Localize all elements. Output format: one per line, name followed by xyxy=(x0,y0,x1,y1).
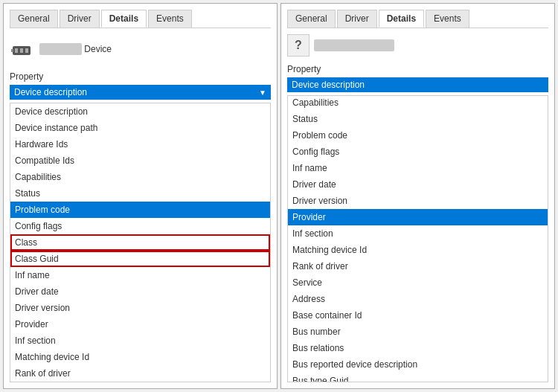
device-icon-left xyxy=(10,37,33,61)
tab-general-left[interactable]: General xyxy=(10,10,58,28)
list-item[interactable]: Bus relations xyxy=(288,340,548,356)
list-item[interactable]: Rank of driver xyxy=(10,365,270,382)
list-item[interactable]: Compatible Ids xyxy=(10,152,270,169)
property-dropdown-right[interactable]: Device description xyxy=(287,77,548,92)
list-item[interactable]: Rank of driver xyxy=(288,258,548,274)
list-item[interactable]: Hardware Ids xyxy=(10,136,270,152)
dropdown-selected-left: Device description xyxy=(14,87,87,97)
list-item[interactable]: Inf section xyxy=(288,225,548,242)
list-item[interactable]: Address xyxy=(288,291,548,307)
list-item[interactable]: Driver date xyxy=(288,176,548,193)
list-item[interactable]: Problem code xyxy=(10,202,270,218)
list-item[interactable]: Provider xyxy=(288,209,548,225)
device-header-left: ██████ Device xyxy=(10,34,271,64)
tab-events-right[interactable]: Events xyxy=(426,10,469,28)
tab-driver-left[interactable]: Driver xyxy=(60,10,100,28)
property-label-right: Property xyxy=(287,64,548,74)
svg-rect-1 xyxy=(15,48,18,53)
list-item[interactable]: Service xyxy=(288,274,548,291)
list-item[interactable]: Matching device Id xyxy=(10,349,270,365)
tab-driver-right[interactable]: Driver xyxy=(337,10,377,28)
question-mark-icon: ? xyxy=(287,34,310,57)
tab-events-left[interactable]: Events xyxy=(148,10,192,28)
list-item[interactable]: Inf name xyxy=(10,267,270,283)
list-item[interactable]: Device description xyxy=(10,103,270,120)
right-tabs: General Driver Details Events xyxy=(287,10,548,28)
list-item[interactable]: Inf name xyxy=(288,160,548,176)
dropdown-arrow-left: ▼ xyxy=(259,89,266,97)
list-item[interactable]: Capabilities xyxy=(10,169,270,185)
property-list-left: Device descriptionDevice instance pathHa… xyxy=(10,103,271,382)
list-item[interactable]: Class xyxy=(10,234,270,251)
list-item[interactable]: Inf section xyxy=(10,332,270,349)
list-item[interactable]: Config flags xyxy=(10,218,270,234)
list-item[interactable]: Bus type Guid xyxy=(288,373,548,382)
list-scroll-right[interactable]: Device descriptionDevice instance pathHa… xyxy=(288,96,548,382)
svg-rect-2 xyxy=(20,48,23,53)
svg-rect-4 xyxy=(11,49,13,52)
list-item[interactable]: Matching device Id xyxy=(288,242,548,258)
list-item[interactable]: Driver date xyxy=(10,283,270,300)
property-dropdown-left[interactable]: Device description ▼ xyxy=(10,85,271,100)
list-item[interactable]: Device instance path xyxy=(10,120,270,136)
left-panel: General Driver Details Events ██████ Dev… xyxy=(3,3,278,389)
list-item[interactable]: Status xyxy=(288,111,548,127)
list-item[interactable]: Class Guid xyxy=(10,251,270,267)
device-header-right: ? ████████████ xyxy=(287,34,548,57)
list-item[interactable]: Status xyxy=(10,185,270,202)
list-item[interactable]: Bus number xyxy=(288,324,548,340)
tab-details-right[interactable]: Details xyxy=(379,10,424,28)
property-list-right: Device descriptionDevice instance pathHa… xyxy=(287,95,548,382)
left-tabs: General Driver Details Events xyxy=(10,10,271,28)
tab-details-left[interactable]: Details xyxy=(101,10,147,28)
list-item[interactable]: Problem code xyxy=(288,127,548,144)
list-scroll-left[interactable]: Device descriptionDevice instance pathHa… xyxy=(10,103,270,382)
dropdown-selected-right: Device description xyxy=(292,80,365,90)
list-item[interactable]: Capabilities xyxy=(288,96,548,111)
list-item[interactable]: Config flags xyxy=(288,144,548,160)
list-item[interactable]: Bus reported device description xyxy=(288,356,548,373)
list-item[interactable]: Driver version xyxy=(10,300,270,316)
right-panel: General Driver Details Events ? ████████… xyxy=(280,3,555,389)
list-item[interactable]: Driver version xyxy=(288,193,548,209)
property-label-left: Property xyxy=(10,71,271,82)
tab-general-right[interactable]: General xyxy=(287,10,336,28)
device-name-right: ████████████ xyxy=(314,39,394,51)
list-item[interactable]: Base container Id xyxy=(288,307,548,324)
list-item[interactable]: Provider xyxy=(10,316,270,332)
svg-rect-3 xyxy=(25,48,28,53)
device-name-left: ██████ Device xyxy=(39,44,112,54)
